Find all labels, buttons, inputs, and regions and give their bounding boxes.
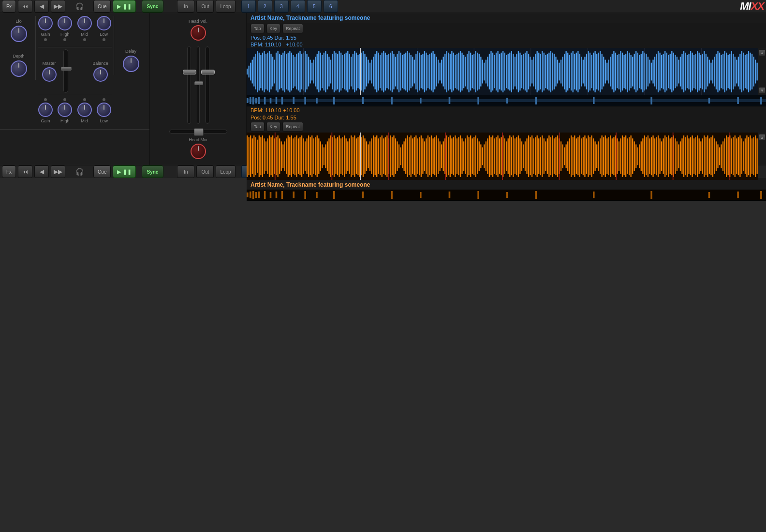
hotcue-4-top[interactable]: 4	[291, 0, 305, 13]
center-fader-track[interactable]	[197, 46, 200, 124]
svg-rect-363	[289, 137, 290, 175]
play-button-top[interactable]: ▶ ❚❚	[113, 0, 135, 13]
svg-rect-361	[286, 138, 287, 174]
prev-button-top[interactable]: ◀	[34, 0, 49, 13]
lfo-knob[interactable]	[11, 26, 27, 42]
high-bottom-knob[interactable]	[58, 103, 72, 117]
master-knob[interactable]	[42, 67, 57, 82]
svg-rect-317	[264, 97, 266, 104]
hotcue-3-top[interactable]: 3	[274, 0, 289, 13]
in-button-bottom[interactable]: In	[177, 165, 194, 178]
depth-knob[interactable]	[11, 60, 27, 77]
svg-rect-572	[646, 137, 647, 175]
deck1-repeat-button[interactable]: Repeat	[282, 24, 303, 33]
out-button-top[interactable]: Out	[196, 0, 214, 13]
svg-rect-138	[480, 57, 481, 86]
channel-fader-2-track[interactable]	[206, 46, 209, 124]
deck2-repeat-button[interactable]: Repeat	[282, 122, 303, 132]
svg-rect-331	[535, 97, 537, 104]
svg-rect-52	[334, 51, 335, 92]
svg-rect-618	[724, 138, 725, 174]
deck2-scroll-up[interactable]: ▲	[759, 134, 766, 141]
fx-button-top[interactable]: Fx	[2, 0, 16, 13]
sync-button-top[interactable]: Sync	[142, 0, 164, 13]
cue-button-bottom[interactable]: Cue	[93, 165, 111, 178]
hotcue-6-top[interactable]: 6	[324, 0, 338, 13]
delay-knob[interactable]	[123, 56, 139, 72]
cue-button-top[interactable]: Cue	[93, 0, 111, 13]
svg-rect-126	[460, 51, 461, 92]
svg-rect-147	[496, 53, 497, 90]
svg-rect-597	[688, 138, 689, 174]
svg-rect-494	[513, 135, 514, 177]
gain-top-knob[interactable]	[38, 16, 53, 30]
head-vol-knob[interactable]	[191, 25, 206, 41]
svg-rect-316	[258, 97, 260, 104]
svg-rect-407	[364, 138, 365, 174]
crossfader-track[interactable]	[169, 130, 227, 133]
svg-rect-536	[584, 135, 585, 177]
svg-rect-652	[255, 192, 257, 198]
deck1-tap-button[interactable]: Tap	[250, 24, 265, 33]
mid-top-knob[interactable]	[77, 16, 92, 30]
deck1-scroll-up[interactable]: ▲	[759, 49, 766, 56]
center-fader-thumb[interactable]	[194, 81, 203, 85]
hotcue-1-top[interactable]: 1	[241, 0, 256, 13]
crossfader-thumb[interactable]	[194, 128, 204, 136]
svg-rect-24	[286, 54, 287, 89]
deck2-waveform[interactable]	[247, 133, 758, 180]
rewind-button-bottom[interactable]: ⏮	[18, 165, 32, 178]
play-button-bottom[interactable]: ▶ ❚❚	[113, 165, 135, 178]
deck1-pos-dur: Pos: 0.45 Dur: 1.55	[250, 35, 296, 41]
svg-rect-124	[457, 54, 457, 89]
channel-fader-1-track[interactable]	[187, 46, 191, 124]
master-fader[interactable]	[63, 49, 68, 93]
svg-rect-174	[542, 51, 543, 92]
rewind-button-top[interactable]: ⏮	[18, 0, 32, 13]
hotcue-2-top[interactable]: 2	[258, 0, 272, 13]
deck2-pos-dur: Pos: 0.45 Dur: 1.55	[250, 115, 296, 120]
balance-knob[interactable]	[93, 67, 108, 82]
svg-rect-347	[262, 135, 263, 177]
low-bottom-knob[interactable]	[97, 103, 111, 117]
next-button-top[interactable]: ▶▶	[51, 0, 65, 13]
svg-rect-95	[407, 51, 408, 92]
master-fader-thumb[interactable]	[61, 67, 72, 71]
deck1-waveform[interactable]	[247, 48, 758, 95]
svg-rect-273	[710, 63, 711, 81]
svg-rect-185	[560, 60, 561, 84]
deck2-key-button[interactable]: Key	[266, 122, 281, 132]
next-button-bottom[interactable]: ▶▶	[51, 165, 65, 178]
svg-rect-256	[681, 54, 682, 89]
out-button-bottom[interactable]: Out	[196, 165, 214, 178]
svg-rect-661	[333, 191, 335, 199]
svg-rect-64	[354, 51, 355, 92]
svg-rect-96	[409, 53, 410, 90]
deck1-key-button[interactable]: Key	[266, 24, 281, 33]
gain-bottom-knob[interactable]	[38, 103, 53, 117]
in-button-top[interactable]: In	[177, 0, 194, 13]
svg-rect-20	[279, 54, 280, 89]
svg-rect-137	[479, 54, 480, 89]
loop-button-top[interactable]: Loop	[216, 0, 235, 13]
fx-button-bottom[interactable]: Fx	[2, 165, 16, 178]
loop-button-bottom[interactable]: Loop	[216, 165, 235, 178]
svg-rect-293	[745, 55, 746, 89]
svg-rect-235	[646, 54, 647, 89]
prev-button-bottom[interactable]: ◀	[34, 165, 49, 178]
deck2-tap-button[interactable]: Tap	[250, 122, 265, 132]
low-top-knob[interactable]	[97, 16, 111, 30]
high-top-knob[interactable]	[58, 16, 72, 30]
svg-rect-591	[678, 145, 679, 168]
headphone-icon-top: 🎧	[73, 0, 86, 13]
channel-fader-2-thumb[interactable]	[201, 70, 215, 74]
mid-bottom-knob[interactable]	[77, 103, 92, 117]
svg-rect-135	[475, 51, 476, 92]
svg-rect-98	[412, 57, 413, 86]
hotcue-5-top[interactable]: 5	[307, 0, 322, 13]
head-mix-knob[interactable]	[191, 144, 206, 159]
channel-fader-1-thumb[interactable]	[183, 70, 196, 74]
svg-rect-152	[504, 53, 505, 90]
deck1-scroll-down[interactable]: ▼	[759, 87, 766, 94]
sync-button-bottom[interactable]: Sync	[142, 165, 164, 178]
